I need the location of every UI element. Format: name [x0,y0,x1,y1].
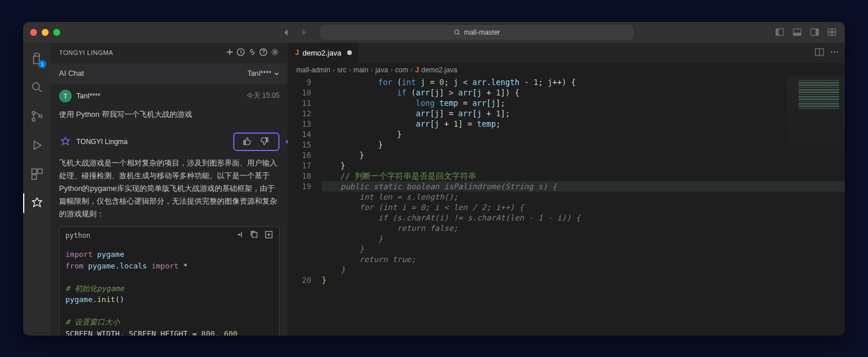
svg-rect-6 [815,29,818,35]
more-actions-icon[interactable] [830,47,839,58]
svg-rect-8 [832,29,836,32]
code-editor[interactable]: 9 10 11 12 13 14 15 16 17 18 19 20 for (… [288,77,845,336]
main-body: 1 TONGYI LINGMA [23,43,845,336]
editor-tabs: J demo2.java [288,43,845,63]
code-lang-label: python [65,231,90,240]
svg-rect-9 [827,32,831,35]
editor-tab-actions [809,43,845,63]
split-editor-icon[interactable] [815,47,824,58]
search-text: mall-master [464,28,501,36]
lingma-tab[interactable] [23,191,51,215]
activity-bar: 1 [23,43,51,336]
nav-arrows [279,25,311,40]
svg-point-13 [32,118,35,121]
code-content: import pygame from pygame.locals import … [60,244,279,335]
insert-code-icon[interactable] [236,230,244,241]
svg-point-12 [32,111,35,114]
chat-subheader: AI Chat TanI**** [51,63,288,84]
nav-forward-button[interactable] [296,25,311,40]
titlebar-right-icons [773,26,838,39]
layout-left-icon[interactable] [773,26,786,39]
svg-point-14 [39,115,42,117]
code-block: python import pygame from pygame.locals … [59,226,279,335]
svg-point-11 [32,83,39,90]
dirty-indicator [347,50,352,55]
run-debug-tab[interactable] [23,133,51,157]
layout-bottom-icon[interactable] [790,26,803,39]
bot-name: TONGYI Lingma [76,138,127,146]
ide-window: mall-master 1 [23,22,845,336]
minimize-window-button[interactable] [42,29,49,36]
user-message: T TanI**** 今天 15:05 使用 Python 帮我写一个飞机大战的… [57,84,282,127]
extensions-tab[interactable] [23,162,51,186]
chat-body[interactable]: T TanI**** 今天 15:05 使用 Python 帮我写一个飞机大战的… [51,84,288,336]
code-lines: for (int j = 0; j < arr.length - 1; j++)… [322,77,845,336]
svg-point-20 [274,51,276,53]
panel-header-icons [225,47,279,58]
svg-point-25 [834,51,835,52]
bot-message-text: 飞机大战游戏是一个相对复杂的项目，涉及到图形界面、用户输入处理、碰撞检测、敌机生… [59,157,279,220]
svg-rect-15 [32,169,36,174]
maximize-window-button[interactable] [53,29,60,36]
svg-rect-16 [38,169,42,174]
user-message-text: 使用 Python 帮我写一个飞机大战的游戏 [59,108,279,121]
copy-code-icon[interactable] [250,230,259,241]
svg-rect-17 [32,175,36,179]
editor-area: J demo2.java mall-admin› src› main› java… [288,43,845,336]
svg-point-0 [454,30,459,34]
user-avatar: T [59,90,72,102]
feedback-box: 点赞或点踩 [233,133,279,151]
help-icon[interactable] [259,51,268,58]
code-block-header: python [60,227,279,244]
svg-rect-21 [252,233,257,237]
editor-tab-demo2[interactable]: J demo2.java [288,43,359,63]
panel-header: TONGYI LINGMA [51,43,288,63]
chevron-down-icon [274,71,279,76]
svg-rect-10 [832,32,836,35]
close-window-button[interactable] [30,29,37,36]
new-file-icon[interactable] [264,230,273,241]
link-icon[interactable] [248,51,257,58]
bot-message: TONGYI Lingma 点赞或点踩 飞机大战游戏是一个相对复杂的项目，涉及到… [57,127,282,336]
titlebar: mall-master [23,22,845,43]
panel-title: TONGYI LINGMA [59,49,113,56]
thumbs-down-button[interactable] [260,137,270,147]
new-chat-icon[interactable] [225,51,234,58]
nav-back-button[interactable] [279,25,294,40]
search-icon [454,29,461,36]
chat-user-dropdown[interactable]: TanI**** [248,69,279,78]
traffic-lights [30,29,60,36]
settings-icon[interactable] [270,51,279,58]
svg-rect-2 [775,29,778,35]
svg-point-24 [831,51,832,52]
tab-filename: demo2.java [303,49,341,57]
svg-rect-4 [793,32,800,35]
chat-mode-label: AI Chat [59,69,84,78]
thumbs-up-button[interactable] [242,137,253,147]
svg-point-26 [837,51,838,52]
search-tab[interactable] [23,75,51,100]
line-gutter: 9 10 11 12 13 14 15 16 17 18 19 20 [288,77,322,336]
source-control-tab[interactable] [23,104,51,128]
explorer-badge: 1 [38,60,46,68]
layout-right-icon[interactable] [808,26,821,39]
message-time: 今天 15:05 [247,91,279,101]
breadcrumb[interactable]: mall-admin› src› main› java› com› J demo… [288,63,845,77]
java-file-icon: J [295,49,299,57]
layout-customize-icon[interactable] [825,26,838,39]
bot-avatar [59,135,72,148]
command-center[interactable]: mall-master [321,25,633,39]
java-file-icon: J [415,66,419,74]
history-icon[interactable] [236,51,245,58]
svg-rect-7 [827,29,831,32]
user-name: TanI**** [76,92,100,100]
ai-chat-panel: TONGYI LINGMA AI Chat TanI**** [51,43,288,336]
explorer-tab[interactable]: 1 [23,46,51,71]
